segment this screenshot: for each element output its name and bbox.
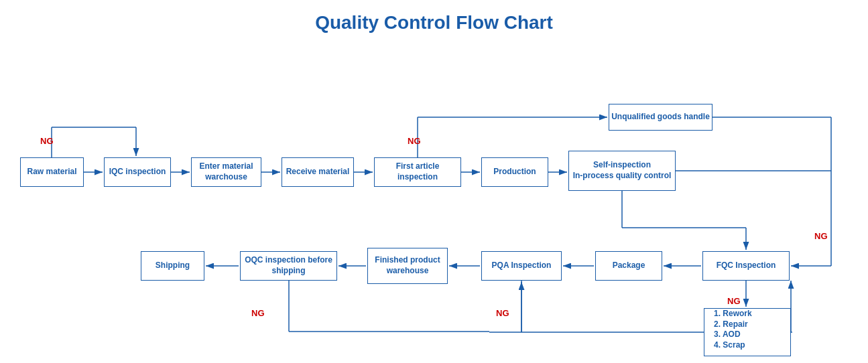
page: Quality Control Flow Chart xyxy=(0,0,868,363)
box-self-inspection: Self-inspectionIn-process quality contro… xyxy=(568,151,676,191)
ng-first: NG xyxy=(408,136,421,146)
box-receive-material: Receive material xyxy=(282,157,354,187)
box-pqa: PQA Inspection xyxy=(481,251,562,281)
box-production: Production xyxy=(481,157,548,187)
flow-area: Raw material IQC inspection Enter materi… xyxy=(0,40,868,362)
box-iqc: IQC inspection xyxy=(104,157,171,187)
box-raw-material: Raw material xyxy=(20,157,84,187)
ng-oqc: NG xyxy=(251,308,265,318)
page-title: Quality Control Flow Chart xyxy=(0,0,868,40)
box-shipping: Shipping xyxy=(141,251,204,281)
ng-raw: NG xyxy=(40,136,54,146)
box-first-article: First article inspection xyxy=(374,157,461,187)
box-fqc: FQC Inspection xyxy=(702,251,790,281)
box-rework: 1. Rework 2. Repair 3. AOD 4. Scrap xyxy=(704,308,791,356)
box-unqualified: Unqualified goods handle xyxy=(609,104,712,131)
box-enter-material: Enter materialwarchouse xyxy=(191,157,261,187)
box-package: Package xyxy=(595,251,662,281)
ng-pqa: NG xyxy=(496,308,509,318)
box-oqc: OQC inspection beforeshipping xyxy=(240,251,337,281)
ng-self: NG xyxy=(814,231,828,241)
box-finished-product: Finished productwarehouse xyxy=(367,248,448,284)
ng-fqc: NG xyxy=(727,296,741,306)
